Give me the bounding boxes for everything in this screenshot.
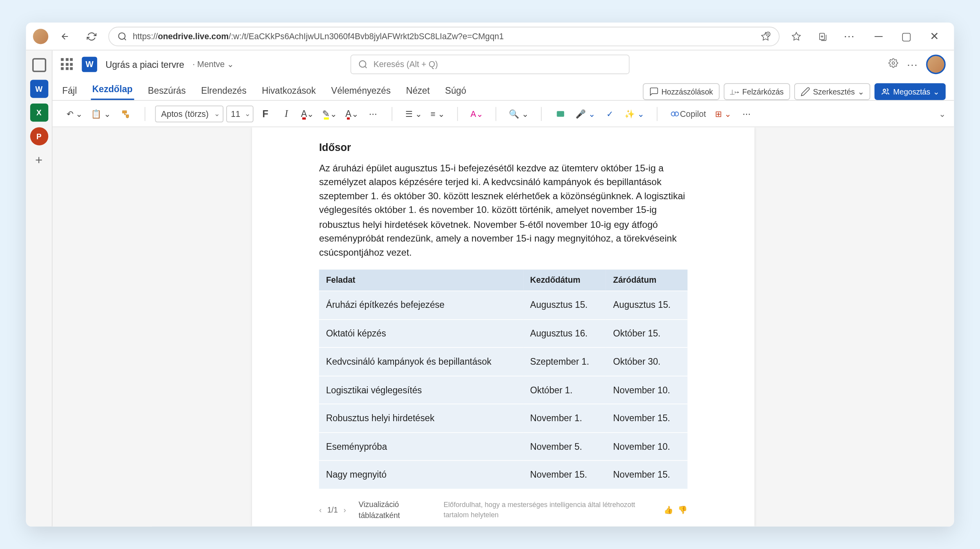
thumbs-down-icon[interactable]: 👎 xyxy=(678,504,688,516)
th-zarodatum: Záródátum xyxy=(606,270,687,291)
table-cell: November 10. xyxy=(606,433,687,461)
next-result-icon[interactable]: › xyxy=(343,504,346,516)
editing-mode-button[interactable]: Szerkesztés ⌄ xyxy=(794,83,870,100)
app-window: https://onedrive.live.com/:w:/t/EaCKkPs6… xyxy=(26,22,954,526)
rail-tabs-icon[interactable] xyxy=(30,56,48,74)
account-avatar[interactable] xyxy=(926,55,946,74)
table-row: Áruházi építkezés befejezéseAugusztus 15… xyxy=(319,291,688,319)
document-page: Idősor Az áruházi épület augusztus 15-i … xyxy=(252,127,755,526)
catchup-button[interactable]: ⟂↦Felzárkózás xyxy=(724,83,790,100)
search-icon xyxy=(358,60,368,69)
url-text: https://onedrive.live.com/:w:/t/EaCKkPs6… xyxy=(133,31,755,41)
table-row: Oktatói képzésAugusztus 16.Október 15. xyxy=(319,319,688,347)
tab-help[interactable]: Súgó xyxy=(444,81,468,100)
table-cell: Október 30. xyxy=(606,347,687,376)
table-cell: November 15. xyxy=(606,461,687,489)
profile-avatar-icon[interactable] xyxy=(33,29,48,44)
bullets-button[interactable]: ☰ ⌄ xyxy=(402,105,425,123)
tab-layout[interactable]: Elrendezés xyxy=(200,81,248,100)
table-row: Nagy megnyitóNovember 15.November 15. xyxy=(319,461,688,489)
document-canvas[interactable]: Idősor Az áruházi épület augusztus 15-i … xyxy=(53,127,954,526)
ribbon-expand-icon[interactable]: ⌄ xyxy=(939,109,946,118)
more-font-icon[interactable]: ⋯ xyxy=(364,105,382,123)
refresh-button[interactable] xyxy=(82,26,102,46)
page-indicator: 1/1 xyxy=(327,504,338,516)
rail-word-icon[interactable]: W xyxy=(30,80,48,98)
search-icon xyxy=(117,31,127,41)
find-button[interactable]: 🔍 ⌄ xyxy=(506,105,532,123)
undo-button[interactable]: ↶ ⌄ xyxy=(64,105,85,123)
maximize-button[interactable]: ▢ xyxy=(894,26,919,46)
format-painter-button[interactable] xyxy=(116,105,134,123)
table-row: Robusztus helyi hirdetésekNovember 1.Nov… xyxy=(319,404,688,433)
prev-result-icon[interactable]: ‹ xyxy=(319,504,322,516)
comments-button[interactable]: Hozzászólások xyxy=(642,83,719,100)
more-options-icon[interactable]: ⋯ xyxy=(907,58,918,71)
document-title[interactable]: Ugrás a piaci tervre xyxy=(105,59,184,70)
font-family-select[interactable]: Aptos (törzs) xyxy=(155,105,223,122)
collections-icon[interactable] xyxy=(813,26,833,46)
word-app-icon: W xyxy=(82,57,97,72)
tab-home[interactable]: Kezdőlap xyxy=(91,80,134,100)
tab-review[interactable]: Véleményezés xyxy=(330,81,392,100)
font-size-select[interactable]: 11 xyxy=(226,105,254,122)
tab-references[interactable]: Hivatkozások xyxy=(260,81,317,100)
tab-insert[interactable]: Beszúrás xyxy=(147,81,187,100)
rail-excel-icon[interactable]: X xyxy=(30,104,48,122)
table-cell: Áruházi építkezés befejezése xyxy=(319,291,523,319)
toolbar: ↶ ⌄ 📋 ⌄ Aptos (törzs) 11 F I A ⌄ ✎ ⌄ A ⌄… xyxy=(53,101,954,127)
back-button[interactable] xyxy=(55,26,75,46)
browser-more-icon[interactable]: ⋯ xyxy=(840,26,859,46)
align-button[interactable]: ≡ ⌄ xyxy=(428,105,447,123)
paste-button[interactable]: 📋 ⌄ xyxy=(88,105,114,123)
ribbon-tabs: Fájl Kezdőlap Beszúrás Elrendezés Hivatk… xyxy=(53,78,954,101)
app-launcher-icon[interactable] xyxy=(61,58,73,71)
tab-view[interactable]: Nézet xyxy=(405,81,431,100)
rail-powerpoint-icon[interactable]: P xyxy=(30,127,48,145)
table-cell: Augusztus 16. xyxy=(523,319,606,347)
close-button[interactable]: ✕ xyxy=(922,26,947,46)
table-cell: Augusztus 15. xyxy=(606,291,687,319)
timeline-table: Feladat Kezdődátum Záródátum Áruházi épí… xyxy=(319,270,688,489)
viz-label: Vizualizáció táblázatként xyxy=(359,498,431,522)
table-cell: November 1. xyxy=(523,404,606,433)
highlight-button[interactable]: ✎ ⌄ xyxy=(319,105,340,123)
table-cell: Október 15. xyxy=(606,319,687,347)
table-cell: November 15. xyxy=(606,404,687,433)
th-kezdodatum: Kezdődátum xyxy=(523,270,606,291)
tab-file[interactable]: Fájl xyxy=(61,81,78,100)
dictate-button[interactable]: 🎤 ⌄ xyxy=(573,105,598,123)
search-input[interactable]: Keresés (Alt + Q) xyxy=(350,55,630,74)
share-button[interactable]: Megosztás ⌄ xyxy=(874,83,946,100)
table-cell: Augusztus 15. xyxy=(523,291,606,319)
italic-button[interactable]: I xyxy=(277,105,295,123)
body-text: Az áruházi épület augusztus 15-i befejez… xyxy=(319,161,688,260)
rail-add-icon[interactable]: + xyxy=(30,151,48,169)
underline-button[interactable]: A ⌄ xyxy=(298,105,317,123)
table-cell: November 15. xyxy=(523,461,606,489)
table-cell: Robusztus helyi hirdetések xyxy=(319,404,523,433)
saved-status: · Mentve ⌄ xyxy=(192,60,234,69)
clear-format-button[interactable]: A⌄ xyxy=(468,105,486,123)
table-cell: Logisztikai véglegesítés xyxy=(319,376,523,404)
table-cell: November 10. xyxy=(606,376,687,404)
browser-chrome: https://onedrive.live.com/:w:/t/EaCKkPs6… xyxy=(26,22,954,50)
favorites-icon[interactable] xyxy=(787,26,806,46)
settings-icon[interactable] xyxy=(888,58,898,71)
editor-button[interactable]: ✓ xyxy=(601,105,619,123)
designer-button[interactable]: ✨ ⌄ xyxy=(622,105,647,123)
favorite-add-icon[interactable] xyxy=(761,31,771,41)
toolbar-more-icon[interactable]: ⋯ xyxy=(738,105,756,123)
thumbs-up-icon[interactable]: 👍 xyxy=(664,504,673,516)
font-color-button[interactable]: A ⌄ xyxy=(343,105,361,123)
minimize-button[interactable]: ─ xyxy=(866,26,891,46)
svg-point-4 xyxy=(892,62,895,64)
immersive-reader-icon[interactable] xyxy=(552,105,570,123)
url-bar[interactable]: https://onedrive.live.com/:w:/t/EaCKkPs6… xyxy=(108,26,779,46)
copilot-button[interactable]: Copilot xyxy=(667,105,709,123)
svg-point-3 xyxy=(359,61,366,67)
table-cell: Eseménypróba xyxy=(319,433,523,461)
bold-button[interactable]: F xyxy=(256,105,274,123)
styles-grid-icon[interactable]: ⊞ ⌄ xyxy=(712,105,734,123)
svg-point-0 xyxy=(119,33,125,39)
